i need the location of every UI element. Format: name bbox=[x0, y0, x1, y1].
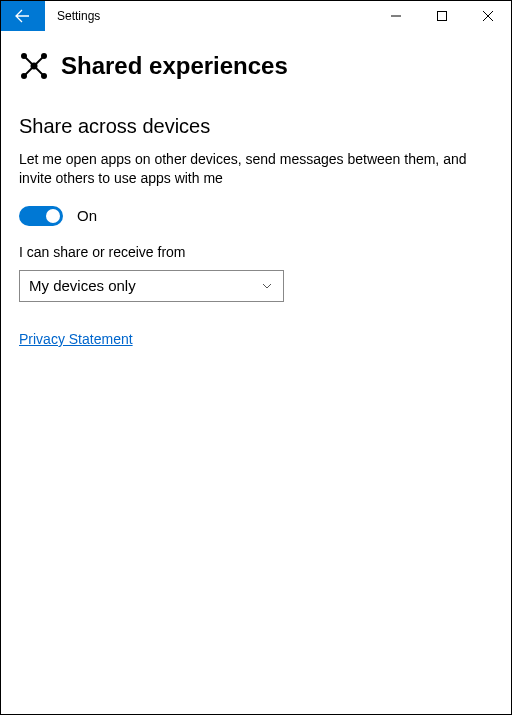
privacy-statement-link[interactable]: Privacy Statement bbox=[19, 331, 133, 347]
svg-point-6 bbox=[21, 53, 27, 59]
window-controls bbox=[373, 1, 511, 31]
close-button[interactable] bbox=[465, 1, 511, 31]
chevron-down-icon bbox=[261, 280, 273, 292]
section-description: Let me open apps on other devices, send … bbox=[19, 150, 493, 188]
page-header: Shared experiences bbox=[19, 51, 493, 81]
content-area: Shared experiences Share across devices … bbox=[1, 31, 511, 366]
dropdown-value: My devices only bbox=[29, 277, 136, 294]
maximize-icon bbox=[437, 11, 447, 21]
window-title: Settings bbox=[57, 9, 100, 23]
shared-experiences-icon bbox=[19, 51, 49, 81]
minimize-button[interactable] bbox=[373, 1, 419, 31]
maximize-button[interactable] bbox=[419, 1, 465, 31]
svg-rect-0 bbox=[438, 12, 447, 21]
toggle-knob bbox=[46, 209, 60, 223]
close-icon bbox=[483, 11, 493, 21]
titlebar: Settings bbox=[1, 1, 511, 31]
svg-point-5 bbox=[31, 63, 38, 70]
toggle-state-label: On bbox=[77, 207, 97, 224]
svg-point-7 bbox=[41, 53, 47, 59]
svg-point-9 bbox=[41, 73, 47, 79]
toggle-row: On bbox=[19, 206, 493, 226]
back-arrow-icon bbox=[15, 8, 31, 24]
svg-point-8 bbox=[21, 73, 27, 79]
share-toggle[interactable] bbox=[19, 206, 63, 226]
section-title: Share across devices bbox=[19, 115, 493, 138]
page-title: Shared experiences bbox=[61, 52, 288, 80]
share-scope-dropdown[interactable]: My devices only bbox=[19, 270, 284, 302]
share-receive-label: I can share or receive from bbox=[19, 244, 493, 260]
minimize-icon bbox=[391, 11, 401, 21]
back-button[interactable] bbox=[1, 1, 45, 31]
